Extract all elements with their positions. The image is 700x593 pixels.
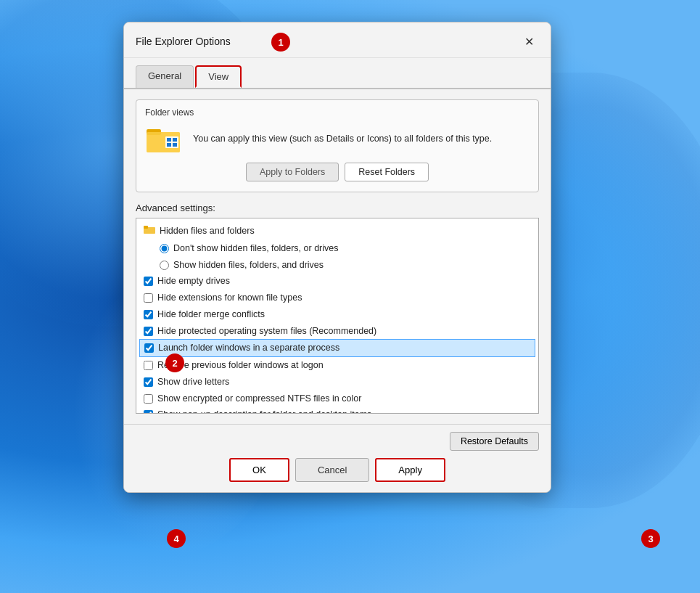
tab-general[interactable]: General — [136, 65, 194, 88]
list-item-label: Hide protected operating system files (R… — [157, 324, 376, 338]
folder-buttons-row: Apply to Folders Reset Folders — [145, 163, 530, 181]
step-badge-3: 3 — [641, 529, 660, 548]
step-badge-4: 4 — [167, 529, 186, 548]
folder-views-description: You can apply this view (such as Details… — [193, 133, 530, 146]
list-item-label: Show encrypted or compressed NTFS files … — [157, 392, 361, 406]
bottom-area: Restore Defaults OK Cancel Apply — [124, 424, 551, 492]
step-badge-1: 1 — [271, 33, 290, 52]
title-bar: File Explorer Options ✕ — [124, 23, 551, 58]
svg-rect-6 — [167, 143, 171, 147]
advanced-settings-label: Advanced settings: — [136, 203, 539, 213]
advanced-settings-list[interactable]: Hidden files and folders Don't show hidd… — [136, 218, 539, 414]
list-item-dont-show-hidden: Don't show hidden files, folders, or dri… — [155, 240, 535, 257]
folder-views-row: You can apply this view (such as Details… — [145, 123, 530, 155]
folder-icon-wrap — [145, 123, 183, 155]
checkbox-show-encrypted[interactable] — [144, 394, 153, 404]
tab-view[interactable]: View — [195, 65, 242, 88]
tabs-area: General View — [124, 58, 551, 89]
checkbox-hide-protected[interactable] — [144, 327, 153, 336]
checkbox-show-popup-desc[interactable] — [144, 410, 153, 414]
restore-defaults-button[interactable]: Restore Defaults — [450, 432, 539, 451]
ok-button[interactable]: OK — [229, 458, 289, 482]
apply-to-folders-button[interactable]: Apply to Folders — [246, 163, 339, 181]
dialog-title: File Explorer Options — [136, 36, 231, 47]
checkbox-hide-empty-drives[interactable] — [144, 277, 153, 286]
list-item-hidden-files-group: Hidden files and folders — [139, 223, 535, 240]
radio-show-hidden[interactable] — [160, 261, 169, 270]
checkbox-show-drive-letters[interactable] — [144, 377, 153, 387]
list-item-hide-empty-drives: Hide empty drives — [139, 273, 535, 290]
restore-row: Restore Defaults — [136, 432, 539, 451]
list-item-label: Hide folder merge conflicts — [157, 308, 265, 322]
list-item-show-encrypted: Show encrypted or compressed NTFS files … — [139, 390, 535, 407]
list-item-restore-folder-windows: Restore previous folder windows at logon — [139, 357, 535, 374]
list-item-label: Don't show hidden files, folders, or dri… — [173, 242, 339, 255]
list-item-label: Show pop-up description for folder and d… — [157, 408, 371, 414]
list-item-label: Hide extensions for known file types — [157, 291, 302, 305]
svg-rect-7 — [173, 143, 177, 147]
list-item-show-hidden: Show hidden files, folders, and drives — [155, 257, 535, 274]
svg-rect-4 — [167, 138, 171, 142]
apply-button[interactable]: Apply — [375, 458, 445, 482]
list-item-label: Hidden files and folders — [160, 224, 255, 238]
list-item-label: Show drive letters — [157, 375, 229, 389]
list-item-label: Launch folder windows in a separate proc… — [158, 341, 339, 355]
list-item-show-popup-desc: Show pop-up description for folder and d… — [139, 406, 535, 414]
cancel-button[interactable]: Cancel — [295, 458, 369, 482]
reset-folders-button[interactable]: Reset Folders — [345, 163, 429, 181]
list-item-show-drive-letters: Show drive letters — [139, 374, 535, 390]
checkbox-restore-folder-windows[interactable] — [144, 361, 153, 370]
list-item-hide-protected: Hide protected operating system files (R… — [139, 323, 535, 340]
svg-rect-5 — [173, 138, 177, 142]
settings-items: Hidden files and folders Don't show hidd… — [136, 218, 538, 414]
svg-rect-9 — [144, 226, 148, 229]
folder-views-label: Folder views — [145, 107, 530, 118]
file-explorer-options-dialog: File Explorer Options ✕ General View Fol… — [123, 22, 551, 493]
checkbox-hide-folder-merge[interactable] — [144, 310, 153, 319]
list-item-label: Hide empty drives — [157, 274, 230, 288]
content-area: Folder views — [124, 89, 551, 424]
action-buttons-row: OK Cancel Apply — [136, 458, 539, 482]
folder-small-icon — [144, 224, 155, 234]
folder-icon — [145, 123, 183, 155]
list-item-label: Show hidden files, folders, and drives — [173, 258, 324, 272]
checkbox-launch-separate-process[interactable] — [144, 343, 154, 353]
list-item-launch-separate-process: Launch folder windows in a separate proc… — [139, 339, 535, 357]
list-item-hide-extensions: Hide extensions for known file types — [139, 290, 535, 306]
radio-group-hidden-files: Don't show hidden files, folders, or dri… — [139, 240, 535, 274]
list-item-hide-folder-merge: Hide folder merge conflicts — [139, 306, 535, 323]
step-badge-2: 2 — [165, 353, 184, 372]
close-button[interactable]: ✕ — [519, 31, 539, 52]
folder-views-section: Folder views — [136, 99, 539, 192]
radio-dont-show-hidden[interactable] — [160, 244, 169, 253]
checkbox-hide-extensions[interactable] — [144, 293, 153, 303]
